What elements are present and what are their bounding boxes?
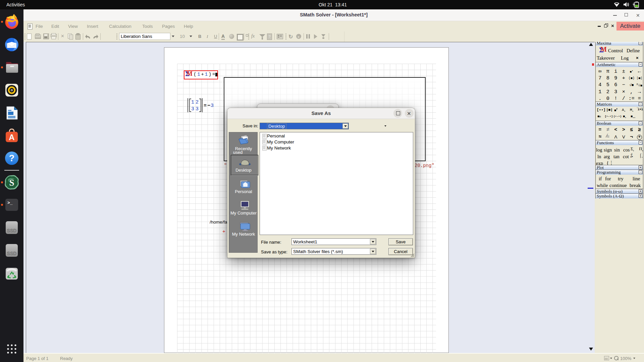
svg-text:?: ?	[9, 153, 15, 163]
svg-text:2: 2	[196, 100, 199, 105]
svg-text:−: −	[207, 103, 210, 109]
svg-text:3: 3	[191, 106, 194, 112]
svg-text:SSD: SSD	[7, 228, 17, 233]
svg-text:1: 1	[191, 100, 194, 105]
svg-text:>_: >_	[7, 200, 13, 205]
svg-text:S: S	[9, 178, 14, 188]
svg-text:SSD: SSD	[7, 251, 17, 256]
svg-text:3: 3	[196, 106, 199, 112]
svg-text:=: =	[204, 103, 207, 109]
svg-text:A: A	[9, 133, 14, 142]
svg-text:3: 3	[211, 103, 214, 109]
